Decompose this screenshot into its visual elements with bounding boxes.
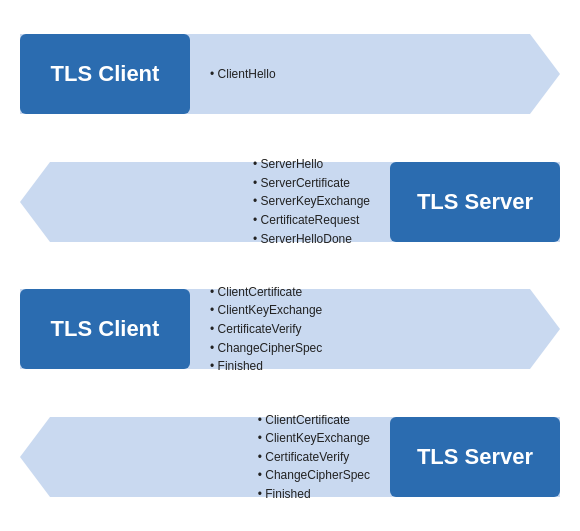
tls-client-label-1: TLS Client [20, 34, 190, 114]
row-2: ServerHello ServerCertificate ServerKeyE… [20, 152, 560, 252]
bullet-list-row2: ServerHello ServerCertificate ServerKeyE… [253, 155, 370, 248]
bullet-item: ClientHello [210, 65, 276, 84]
bullet-item: CertificateRequest [253, 211, 370, 230]
bullet-list-row4: ClientCertificate ClientKeyExchange Cert… [258, 411, 370, 504]
bullet-list-row1: ClientHello [210, 65, 276, 84]
bullet-item: CertificateVerify [258, 448, 370, 467]
bullet-item: ClientCertificate [258, 411, 370, 430]
bullet-item: ServerKeyExchange [253, 192, 370, 211]
bullet-item: ChangeCipherSpec [258, 466, 370, 485]
tls-server-label-1: TLS Server [390, 162, 560, 242]
bullet-item: ServerCertificate [253, 174, 370, 193]
bullet-item: ClientKeyExchange [258, 429, 370, 448]
tls-client-label-2: TLS Client [20, 289, 190, 369]
bullet-item: ClientKeyExchange [210, 301, 322, 320]
tls-server-label-2: TLS Server [390, 417, 560, 497]
bullet-item: ClientCertificate [210, 283, 322, 302]
row-3: ClientCertificate ClientKeyExchange Cert… [20, 279, 560, 379]
bullet-item: Finished [258, 485, 370, 504]
row-1: ClientHello TLS Client [20, 24, 560, 124]
bullet-item: ChangeCipherSpec [210, 339, 322, 358]
bullet-item: ServerHelloDone [253, 230, 370, 249]
bullet-item: CertificateVerify [210, 320, 322, 339]
bullet-list-row3: ClientCertificate ClientKeyExchange Cert… [210, 283, 322, 376]
bullet-item: Finished [210, 357, 322, 376]
row-4: ClientCertificate ClientKeyExchange Cert… [20, 407, 560, 507]
bullet-item: ServerHello [253, 155, 370, 174]
